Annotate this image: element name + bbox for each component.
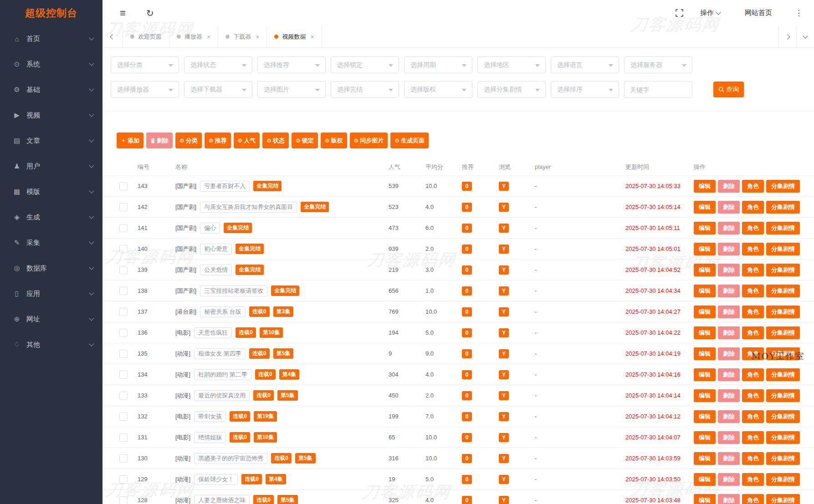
row-role-button[interactable]: 角色: [742, 305, 764, 318]
row-delete-button[interactable]: 删除: [718, 305, 740, 318]
collapse-menu-button[interactable]: ≡: [120, 0, 126, 26]
row-episodes-button[interactable]: 分集剧情: [766, 305, 800, 318]
row-edit-button[interactable]: 编辑: [694, 201, 716, 214]
row-checkbox[interactable]: [119, 308, 128, 316]
search-button[interactable]: 查询: [713, 81, 744, 97]
row-role-button[interactable]: 角色: [742, 368, 764, 381]
row-checkbox[interactable]: [119, 245, 128, 253]
filter-select[interactable]: 选择播放器: [111, 81, 179, 98]
toolbar-status-button[interactable]: ⚙状态: [262, 132, 289, 148]
row-delete-button[interactable]: 删除: [718, 222, 740, 234]
row-delete-button[interactable]: 删除: [718, 201, 740, 214]
toolbar-add-button[interactable]: ＋添加: [117, 132, 143, 148]
sidebar-item-user[interactable]: ♟用户: [0, 153, 102, 179]
refresh-button[interactable]: ↻: [146, 0, 154, 26]
filter-select[interactable]: 选择推荐: [257, 56, 326, 73]
row-delete-button[interactable]: 删除: [718, 452, 740, 465]
row-role-button[interactable]: 角色: [742, 347, 764, 360]
row-delete-button[interactable]: 删除: [718, 368, 740, 381]
row-checkbox[interactable]: [119, 454, 128, 463]
toolbar-delete-button[interactable]: 删除: [146, 132, 173, 148]
row-edit-button[interactable]: 编辑: [694, 222, 716, 234]
row-role-button[interactable]: 角色: [742, 285, 764, 297]
row-checkbox[interactable]: [119, 329, 128, 337]
row-delete-button[interactable]: 删除: [718, 285, 740, 297]
row-episodes-button[interactable]: 分集剧情: [766, 452, 800, 465]
row-role-button[interactable]: 角色: [742, 410, 764, 423]
row-checkbox[interactable]: [119, 224, 128, 232]
row-checkbox[interactable]: [119, 412, 128, 421]
sidebar-item-home[interactable]: ⌂首页: [0, 26, 102, 51]
row-checkbox[interactable]: [119, 371, 128, 379]
filter-select[interactable]: 选择周期: [404, 56, 472, 73]
sidebar-item-article[interactable]: ▤文章: [0, 128, 102, 153]
row-episodes-button[interactable]: 分集剧情: [766, 222, 800, 234]
row-checkbox[interactable]: [119, 475, 128, 484]
more-menu-button[interactable]: ⋮: [795, 0, 803, 26]
row-role-button[interactable]: 角色: [742, 180, 764, 193]
sidebar-item-site[interactable]: ⊕网址: [0, 306, 102, 332]
filter-select[interactable]: 选择分集剧情: [477, 81, 546, 98]
fullscreen-button[interactable]: [676, 0, 683, 26]
tab-item[interactable]: 下载器×: [218, 26, 267, 47]
row-delete-button[interactable]: 删除: [718, 431, 740, 444]
row-checkbox[interactable]: [119, 287, 128, 295]
filter-select[interactable]: 选择地区: [477, 56, 546, 73]
row-edit-button[interactable]: 编辑: [694, 389, 716, 402]
row-edit-button[interactable]: 编辑: [694, 347, 716, 360]
filter-select[interactable]: 选择版权: [404, 81, 472, 98]
row-role-button[interactable]: 角色: [742, 264, 764, 276]
row-episodes-button[interactable]: 分集剧情: [766, 285, 800, 297]
filter-select[interactable]: 选择下载器: [184, 81, 252, 98]
filter-select[interactable]: 选择完结: [331, 81, 399, 98]
row-checkbox[interactable]: [119, 203, 128, 211]
row-edit-button[interactable]: 编辑: [694, 243, 716, 255]
tab-item[interactable]: 欢迎页面: [123, 26, 169, 47]
row-episodes-button[interactable]: 分集剧情: [766, 201, 800, 214]
sidebar-item-other[interactable]: ♢其他: [0, 332, 102, 357]
row-delete-button[interactable]: 删除: [718, 389, 740, 402]
filter-select[interactable]: 选择排序: [551, 81, 619, 98]
row-checkbox[interactable]: [119, 350, 128, 358]
row-edit-button[interactable]: 编辑: [694, 431, 716, 444]
row-episodes-button[interactable]: 分集剧情: [766, 347, 800, 360]
row-role-button[interactable]: 角色: [742, 494, 764, 504]
filter-select[interactable]: 选择服务器: [624, 56, 692, 73]
row-delete-button[interactable]: 删除: [718, 347, 740, 360]
row-episodes-button[interactable]: 分集剧情: [766, 410, 800, 423]
toolbar-copyright-button[interactable]: ⚙版权: [321, 132, 347, 148]
row-role-button[interactable]: 角色: [742, 452, 764, 465]
row-edit-button[interactable]: 编辑: [694, 410, 716, 423]
row-delete-button[interactable]: 删除: [718, 494, 740, 504]
tab-item[interactable]: 播放器×: [169, 26, 218, 47]
row-role-button[interactable]: 角色: [742, 243, 764, 255]
row-episodes-button[interactable]: 分集剧情: [766, 494, 800, 504]
filter-select[interactable]: 选择图片: [257, 81, 326, 98]
toolbar-lock-button[interactable]: ⚙锁定: [292, 132, 318, 148]
row-episodes-button[interactable]: 分集剧情: [766, 243, 800, 255]
row-delete-button[interactable]: 删除: [718, 326, 740, 339]
sidebar-item-template[interactable]: ▦模版: [0, 179, 102, 204]
toolbar-category-button[interactable]: ⚙分类: [175, 132, 202, 148]
operations-dropdown[interactable]: 操作: [700, 0, 720, 26]
sidebar-item-generate[interactable]: ◈生成: [0, 204, 102, 230]
row-edit-button[interactable]: 编辑: [694, 305, 716, 318]
keyword-input[interactable]: [624, 81, 692, 98]
row-checkbox[interactable]: [119, 266, 128, 274]
close-icon[interactable]: ×: [207, 33, 210, 41]
row-checkbox[interactable]: [119, 433, 128, 442]
close-icon[interactable]: ×: [256, 33, 259, 41]
row-checkbox[interactable]: [119, 392, 128, 400]
row-role-button[interactable]: 角色: [742, 222, 764, 234]
row-role-button[interactable]: 角色: [742, 431, 764, 444]
row-delete-button[interactable]: 删除: [718, 473, 740, 486]
tabs-scroll-right-button[interactable]: [778, 26, 796, 47]
row-delete-button[interactable]: 删除: [718, 180, 740, 193]
row-edit-button[interactable]: 编辑: [694, 180, 716, 193]
sidebar-item-collect[interactable]: ✎采集: [0, 230, 102, 255]
toolbar-recommend-button[interactable]: ⚙推荐: [205, 132, 231, 148]
row-delete-button[interactable]: 删除: [718, 410, 740, 423]
filter-select[interactable]: 选择状态: [184, 56, 252, 73]
tabs-menu-button[interactable]: [796, 26, 814, 47]
filter-select[interactable]: 选择锁定: [331, 56, 399, 73]
